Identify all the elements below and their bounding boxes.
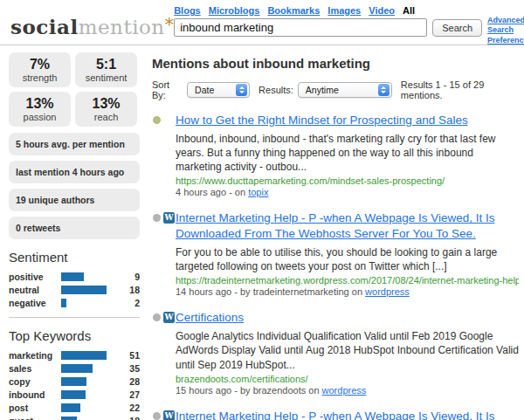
sort-by-select[interactable]: Date bbox=[187, 82, 250, 98]
bar-row: guest 18 bbox=[9, 416, 140, 420]
wordpress-icon: W bbox=[163, 312, 175, 323]
bar-label: copy bbox=[9, 376, 61, 387]
nav-item-microblogs[interactable]: Microblogs bbox=[209, 5, 260, 16]
stat-value: 13% bbox=[92, 96, 120, 112]
stat-fact: 5 hours avg. per mention bbox=[9, 133, 140, 155]
stats-grid: 7% strength 5:1 sentiment 13% passion 13… bbox=[9, 52, 140, 127]
bar-value: 9 bbox=[124, 272, 140, 282]
stat-value: 5:1 bbox=[96, 57, 116, 72]
result-item: W How to Get the Right Mindset for Prosp… bbox=[152, 113, 519, 197]
sidebar-divider bbox=[9, 317, 140, 318]
sidebar: 7% strength 5:1 sentiment 13% passion 13… bbox=[9, 52, 140, 420]
bar-row: neutral 18 bbox=[9, 285, 140, 294]
result-meta: 4 hours ago - on topix bbox=[176, 187, 519, 197]
sentiment-title: Sentiment bbox=[9, 250, 140, 265]
results-count: Results 1 - 15 of 29 mentions. bbox=[401, 79, 519, 100]
result-meta: 14 hours ago - by tradeinternetmarketing… bbox=[176, 286, 519, 297]
result-description: Google Analytics Individual Qualificatio… bbox=[176, 329, 519, 372]
result-url: https://tradeinternetmarketing.wordpress… bbox=[176, 275, 519, 286]
sentiment-chart: positive 9 neutral 18 negative 2 bbox=[9, 272, 140, 307]
search-input[interactable] bbox=[174, 18, 427, 37]
stat-label: sentiment bbox=[86, 72, 128, 83]
result-item: W Internet Marketing Help - P -when A We… bbox=[152, 409, 519, 420]
bar-value: 28 bbox=[124, 376, 140, 387]
nav-item-images[interactable]: Images bbox=[328, 5, 361, 16]
top-keywords-chart: marketing 51 sales 35 copy 28 inbound 27… bbox=[9, 350, 140, 420]
bar-label: positive bbox=[9, 272, 61, 282]
top-nav: BlogsMicroblogsBookmarksImagesVideoAll bbox=[174, 5, 482, 16]
preferences-link[interactable]: Preferences bbox=[487, 36, 524, 45]
advanced-search-link[interactable]: Advanced Search bbox=[487, 16, 524, 36]
stat-fact: last mention 4 hours ago bbox=[9, 161, 140, 183]
search-button[interactable]: Search bbox=[432, 19, 482, 37]
bar-row: sales 35 bbox=[9, 363, 140, 373]
nav-item-video[interactable]: Video bbox=[369, 5, 395, 16]
bar bbox=[61, 417, 77, 420]
stat-value: 7% bbox=[30, 57, 50, 72]
bar-label: negative bbox=[9, 298, 61, 308]
bar-value: 27 bbox=[124, 389, 140, 400]
bar bbox=[61, 390, 86, 399]
bar-row: post 22 bbox=[9, 403, 140, 412]
result-title-link[interactable]: Internet Marketing Help - P -when A Webp… bbox=[176, 211, 494, 240]
results-panel: Mentions about inbound marketing Sort By… bbox=[140, 52, 524, 420]
result-description: For you to be able to utilise this, you … bbox=[176, 245, 519, 273]
bar bbox=[61, 272, 84, 281]
bar-row: positive 9 bbox=[9, 272, 140, 281]
bar-row: marketing 51 bbox=[9, 350, 140, 360]
result-source-link[interactable]: wordpress bbox=[322, 385, 367, 396]
result-bullet-icon bbox=[153, 412, 161, 420]
wordpress-icon: W bbox=[163, 212, 175, 224]
bar bbox=[61, 403, 80, 412]
bar bbox=[61, 299, 66, 307]
logo-mention: mention bbox=[79, 16, 165, 38]
logo: socialmention* bbox=[10, 14, 174, 38]
stat-label: strength bbox=[23, 72, 58, 83]
stat-fact: 19 unique authors bbox=[9, 189, 140, 211]
bar-row: copy 28 bbox=[9, 376, 140, 386]
logo-asterisk-icon: * bbox=[165, 14, 175, 35]
bar-row: negative 2 bbox=[9, 298, 140, 307]
top-keywords-title: Top Keywords bbox=[9, 328, 140, 343]
stat-label: reach bbox=[94, 112, 119, 122]
nav-item-blogs[interactable]: Blogs bbox=[174, 5, 201, 16]
bar bbox=[61, 286, 107, 294]
bar-value: 18 bbox=[124, 416, 140, 420]
stat-box: 7% strength bbox=[9, 52, 71, 87]
nav-item-all[interactable]: All bbox=[403, 5, 415, 16]
bar-value: 51 bbox=[124, 350, 140, 361]
bar-label: sales bbox=[9, 363, 61, 374]
result-source-link[interactable]: topix bbox=[248, 187, 268, 197]
bar-label: guest bbox=[9, 416, 61, 420]
results-filter-select[interactable]: Anytime bbox=[298, 82, 392, 98]
select-arrows-icon bbox=[236, 84, 247, 96]
nav-item-bookmarks[interactable]: Bookmarks bbox=[267, 5, 320, 16]
stat-box: 13% passion bbox=[9, 92, 71, 127]
result-bullet-icon bbox=[153, 116, 161, 124]
result-source-link[interactable]: wordpress bbox=[365, 286, 410, 297]
result-url: https://www.ducttapemarketing.com/mindse… bbox=[176, 176, 519, 186]
result-title-link[interactable]: How to Get the Right Mindset for Prospec… bbox=[176, 114, 468, 127]
bar-value: 35 bbox=[124, 363, 140, 374]
result-title-link[interactable]: Internet Marketing Help - P -when A Webp… bbox=[176, 410, 494, 420]
result-bullet-icon bbox=[153, 313, 161, 321]
result-title-link[interactable]: Certifications bbox=[176, 311, 244, 324]
result-item: W Internet Marketing Help - P -when A We… bbox=[152, 210, 519, 297]
result-meta: 15 hours ago - by brazendoots on wordpre… bbox=[176, 385, 519, 396]
bar-value: 2 bbox=[124, 298, 140, 308]
bar-row: inbound 27 bbox=[9, 389, 140, 399]
result-bullet-icon bbox=[153, 214, 161, 222]
stat-box: 13% reach bbox=[75, 92, 137, 127]
bar-label: neutral bbox=[9, 285, 61, 295]
bar bbox=[61, 364, 93, 373]
bar-value: 22 bbox=[124, 403, 140, 413]
bar-label: post bbox=[9, 403, 61, 413]
header: socialmention* BlogsMicroblogsBookmarksI… bbox=[0, 0, 524, 45]
sort-by-label: Sort By: bbox=[152, 79, 183, 100]
page-title: Mentions about inbound marketing bbox=[152, 56, 519, 71]
bar bbox=[61, 351, 107, 360]
wordpress-icon: W bbox=[163, 410, 175, 420]
result-url: brazendoots.com/certifications/ bbox=[176, 374, 519, 384]
result-description: Inbound, inbound, inbound - that's marke… bbox=[176, 132, 519, 175]
bar-value: 18 bbox=[124, 285, 140, 295]
